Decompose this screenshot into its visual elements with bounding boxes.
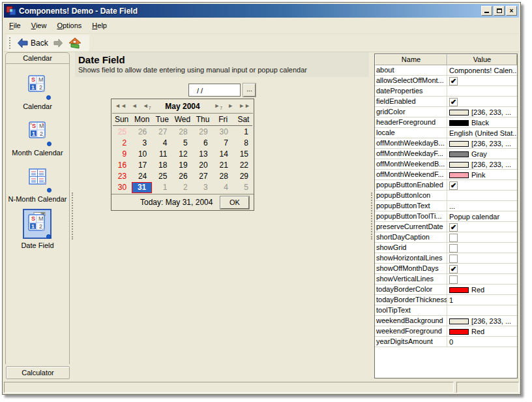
sidebar-item-calendar[interactable]: SM12Calendar [23,70,52,110]
calendar-day-cell[interactable]: 26 [132,127,152,138]
sidebar-header-calculator[interactable]: Calculator [6,366,70,379]
property-name[interactable]: weekendBackground [375,316,447,326]
column-header-value[interactable]: Value [447,54,517,65]
calendar-day-cell[interactable]: 16 [111,160,132,171]
property-name[interactable]: showHorizontalLines [375,253,447,263]
property-value[interactable]: ... [447,201,517,211]
property-value[interactable]: Components! Calen... [447,65,517,75]
checkbox-checked-icon[interactable]: ✔ [449,223,458,232]
prev-year-icon[interactable]: ◄◄ [115,102,126,110]
calendar-day-cell[interactable]: 29 [193,127,213,138]
next-week-icon[interactable]: ►7 [214,102,222,110]
property-panel-splitter[interactable] [369,52,374,380]
calendar-day-cell[interactable]: 2 [111,138,132,149]
date-input[interactable] [188,84,241,97]
prev-week-icon[interactable]: ◄7 [143,102,151,110]
calendar-day-cell[interactable]: 2 [172,182,192,193]
calendar-day-cell[interactable]: 30 [111,182,132,193]
calendar-day-cell[interactable]: 18 [152,160,172,171]
calendar-day-cell[interactable]: 5 [172,138,192,149]
property-value[interactable]: ✔ [447,97,517,106]
calendar-day-cell[interactable]: 25 [111,127,132,138]
checkbox-checked-icon[interactable]: ✔ [449,181,458,190]
property-name[interactable]: gridColor [375,107,447,117]
property-value[interactable]: Red [447,326,517,336]
property-name[interactable]: headerForeground [375,117,447,127]
calendar-day-cell[interactable]: 27 [193,171,213,182]
calendar-day-cell[interactable]: 21 [213,160,233,171]
property-value[interactable]: Red [447,285,517,294]
property-value[interactable]: [236, 233, ... [447,316,517,326]
property-name[interactable]: preserveCurrentDate [375,222,447,232]
property-name[interactable]: dateProperties [375,86,447,96]
property-value[interactable]: ✔ [447,180,517,190]
calendar-day-cell[interactable]: 23 [111,171,132,182]
ok-button[interactable]: OK [220,196,249,209]
calendar-day-cell[interactable]: 3 [193,182,213,193]
property-value[interactable]: Pink [447,170,517,179]
minimize-button[interactable] [481,6,492,16]
checkbox-unchecked-icon[interactable] [449,244,458,253]
calendar-day-cell[interactable]: 28 [213,171,233,182]
calendar-day-cell[interactable]: 29 [233,171,254,182]
property-value[interactable]: [236, 233, ... [447,138,517,148]
toolbar-grip[interactable] [9,37,10,49]
menu-item-help[interactable]: Help [87,20,112,31]
calendar-day-cell[interactable]: 30 [213,127,233,138]
menu-item-file[interactable]: File [4,20,26,31]
property-value[interactable]: [236, 233, ... [447,107,517,117]
property-name[interactable]: shortDayCaption [375,232,447,242]
property-value[interactable]: Black [447,117,517,127]
title-bar[interactable]: Components! Demo - Date Field × [4,4,519,18]
checkbox-checked-icon[interactable]: ✔ [449,77,458,85]
property-value[interactable] [447,232,517,242]
property-name[interactable]: offMonthWeekendB... [375,159,447,169]
calendar-day-cell[interactable]: 24 [132,171,152,182]
property-name[interactable]: todayBorderColor [375,285,447,294]
calendar-day-cell[interactable]: 28 [172,127,192,138]
calendar-day-cell[interactable]: 27 [152,127,172,138]
property-name[interactable]: popupButtonText [375,201,447,211]
checkbox-checked-icon[interactable]: ✔ [449,265,458,273]
calendar-day-cell[interactable]: 1 [152,182,172,193]
checkbox-unchecked-icon[interactable] [449,275,458,284]
checkbox-unchecked-icon[interactable] [449,255,458,263]
calendar-day-cell[interactable]: 8 [233,138,254,149]
property-value[interactable]: ✔ [447,76,517,85]
property-value[interactable]: English (United Stat... [447,128,517,138]
close-button[interactable]: × [506,6,517,16]
property-value[interactable] [447,305,517,315]
property-value[interactable]: Gray [447,149,517,159]
property-name[interactable]: offMonthWeekdayF... [375,149,447,159]
property-value[interactable]: Popup calendar [447,211,517,221]
calendar-day-cell[interactable]: 31 [132,182,152,193]
property-value[interactable] [447,243,517,253]
next-year-icon[interactable]: ►► [239,102,250,110]
property-value[interactable]: [236, 233, ... [447,159,517,169]
popup-calendar-button[interactable]: ... [243,84,256,97]
property-name[interactable]: showVerticalLines [375,274,447,284]
property-value[interactable] [447,253,517,263]
sidebar-header-calendar[interactable]: Calendar [5,52,70,64]
calendar-day-cell[interactable]: 13 [193,149,213,160]
checkbox-checked-icon[interactable]: ✔ [449,98,458,106]
property-name[interactable]: popupButtonEnabled [375,180,447,190]
calendar-day-cell[interactable]: 3 [132,138,152,149]
property-name[interactable]: popupButtonToolTi... [375,211,447,221]
property-name[interactable]: yearDigitsAmount [375,337,447,347]
checkbox-unchecked-icon[interactable] [449,234,458,242]
calendar-day-cell[interactable]: 22 [233,160,254,171]
property-name[interactable]: allowSelectOffMont... [375,76,447,85]
property-value[interactable]: 0 [447,337,517,347]
property-value[interactable] [447,86,517,96]
prev-month-icon[interactable]: ◄ [132,102,138,110]
menu-item-view[interactable]: View [26,20,52,31]
calendar-day-cell[interactable]: 10 [132,149,152,160]
calendar-day-cell[interactable]: 5 [233,182,254,193]
calendar-day-cell[interactable]: 4 [152,138,172,149]
property-name[interactable]: about [375,65,447,75]
calendar-day-cell[interactable]: 14 [213,149,233,160]
calendar-day-cell[interactable]: 25 [152,171,172,182]
property-name[interactable]: offMonthWeekdayB... [375,138,447,148]
calendar-day-cell[interactable]: 12 [172,149,192,160]
